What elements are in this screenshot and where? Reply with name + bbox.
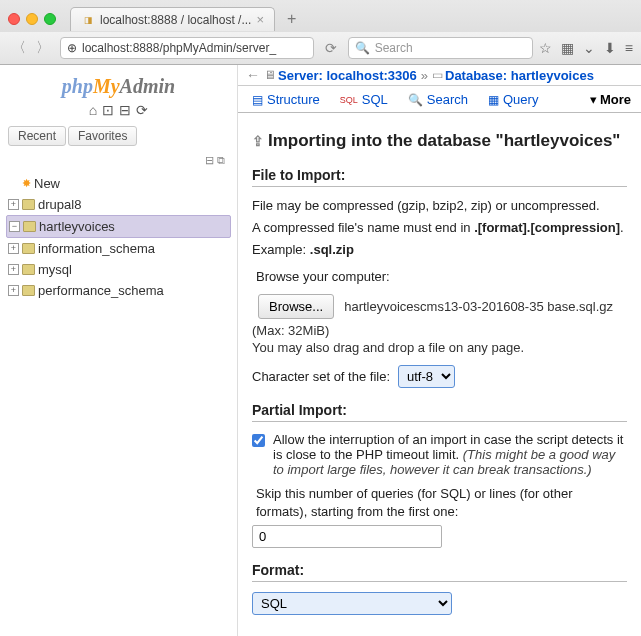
window-minimize[interactable]	[26, 13, 38, 25]
tree-item-hartleyvoices[interactable]: − hartleyvoices	[6, 215, 231, 238]
drag-info: You may also drag and drop a file on any…	[252, 340, 627, 355]
forward-button[interactable]: 〉	[32, 37, 54, 59]
compress-info-2: A compressed file's name must end in .[f…	[252, 219, 627, 237]
collapse-icon[interactable]: ⊟	[205, 154, 214, 166]
interrupt-text: Allow the interruption of an import in c…	[273, 432, 627, 477]
sql-window-icon[interactable]: ⊡	[102, 102, 114, 118]
database-icon	[22, 285, 35, 296]
new-tab-button[interactable]: +	[281, 10, 302, 28]
tab-close-icon[interactable]: ×	[256, 12, 264, 27]
search-icon: 🔍	[355, 41, 370, 55]
database-icon: ▭	[432, 68, 443, 82]
downloads-icon[interactable]: ⬇	[604, 40, 616, 56]
section-partial-import: Partial Import:	[252, 402, 627, 422]
charset-select[interactable]: utf-8	[398, 365, 455, 388]
database-icon	[23, 221, 36, 232]
identity-icon: ⊕	[67, 41, 77, 55]
skip-input[interactable]	[252, 525, 442, 548]
server-icon: 🖥	[264, 68, 276, 82]
max-size: (Max: 32MiB)	[252, 323, 627, 338]
tab-structure[interactable]: ▤Structure	[242, 86, 330, 112]
sql-icon: SQL	[340, 95, 358, 105]
query-icon: ▦	[488, 93, 499, 107]
tab-query[interactable]: ▦Query	[478, 86, 548, 112]
url-text: localhost:8888/phpMyAdmin/server_	[82, 41, 276, 55]
panel-collapse-icon[interactable]: ←	[242, 67, 264, 83]
window-close[interactable]	[8, 13, 20, 25]
link-icon[interactable]: ⧉	[217, 154, 225, 166]
database-icon	[22, 264, 35, 275]
section-file-to-import: File to Import:	[252, 167, 627, 187]
tree-new[interactable]: ✸ New	[6, 173, 231, 194]
breadcrumb: ← 🖥 Server: localhost:3306 » ▭ Database:…	[238, 65, 641, 86]
recent-button[interactable]: Recent	[8, 126, 66, 146]
structure-icon: ▤	[252, 93, 263, 107]
tab-search[interactable]: 🔍Search	[398, 86, 478, 112]
tabs: ▤Structure SQLSQL 🔍Search ▦Query ▾More	[238, 86, 641, 113]
page-title: ⇪ Importing into the database "hartleyvo…	[252, 131, 627, 151]
browse-label: Browse your computer:	[256, 268, 627, 286]
sidebar: phpMyAdmin ⌂ ⊡ ⊟ ⟳ Recent Favorites ⊟ ⧉ …	[0, 65, 238, 636]
import-icon: ⇪	[252, 133, 264, 149]
tree-item-information-schema[interactable]: + information_schema	[6, 238, 231, 259]
tab-more[interactable]: ▾More	[584, 86, 637, 112]
database-icon	[22, 199, 35, 210]
pocket-icon[interactable]: ⌄	[583, 40, 595, 56]
logo[interactable]: phpMyAdmin	[4, 71, 233, 100]
example: Example: .sql.zip	[252, 241, 627, 259]
menu-icon[interactable]: ≡	[625, 40, 633, 56]
expand-icon[interactable]: +	[8, 199, 19, 210]
bc-database[interactable]: Database: hartleyvoices	[445, 68, 594, 83]
collapse-icon[interactable]: −	[9, 221, 20, 232]
tab-sql[interactable]: SQLSQL	[330, 86, 398, 112]
tree-item-mysql[interactable]: + mysql	[6, 259, 231, 280]
search-placeholder: Search	[375, 41, 413, 55]
expand-icon[interactable]: +	[8, 264, 19, 275]
pma-favicon-icon: ◨	[81, 13, 95, 27]
allow-interrupt-checkbox[interactable]	[252, 434, 265, 447]
star-icon[interactable]: ☆	[539, 40, 552, 56]
section-format: Format:	[252, 562, 627, 582]
database-icon	[22, 243, 35, 254]
skip-label: Skip this number of queries (for SQL) or…	[256, 485, 627, 521]
favorites-button[interactable]: Favorites	[68, 126, 137, 146]
docs-icon[interactable]: ⊟	[119, 102, 131, 118]
browse-button[interactable]: Browse...	[258, 294, 334, 319]
url-box[interactable]: ⊕ localhost:8888/phpMyAdmin/server_	[60, 37, 314, 59]
expand-icon[interactable]: +	[8, 285, 19, 296]
tree-item-drupal8[interactable]: + drupal8	[6, 194, 231, 215]
selected-filename: hartleyvoicescms13-03-201608-35 base.sql…	[344, 299, 613, 314]
format-select[interactable]: SQL	[252, 592, 452, 615]
reload-nav-icon[interactable]: ⟳	[136, 102, 148, 118]
bc-server[interactable]: Server: localhost:3306	[278, 68, 417, 83]
home-icon[interactable]: ⌂	[89, 102, 97, 118]
back-button[interactable]: 〈	[8, 37, 30, 59]
expand-icon[interactable]: +	[8, 243, 19, 254]
compress-info-1: File may be compressed (gzip, bzip2, zip…	[252, 197, 627, 215]
window-zoom[interactable]	[44, 13, 56, 25]
search-box[interactable]: 🔍 Search	[348, 37, 533, 59]
tab-title: localhost:8888 / localhost /...	[100, 13, 251, 27]
search-tab-icon: 🔍	[408, 93, 423, 107]
tree-item-performance-schema[interactable]: + performance_schema	[6, 280, 231, 301]
reload-button[interactable]: ⟳	[320, 37, 342, 59]
new-icon: ✸	[22, 177, 31, 190]
tree-new-label: New	[34, 176, 60, 191]
browser-tab[interactable]: ◨ localhost:8888 / localhost /... ×	[70, 7, 275, 31]
apps-icon[interactable]: ▦	[561, 40, 574, 56]
charset-label: Character set of the file:	[252, 369, 390, 384]
